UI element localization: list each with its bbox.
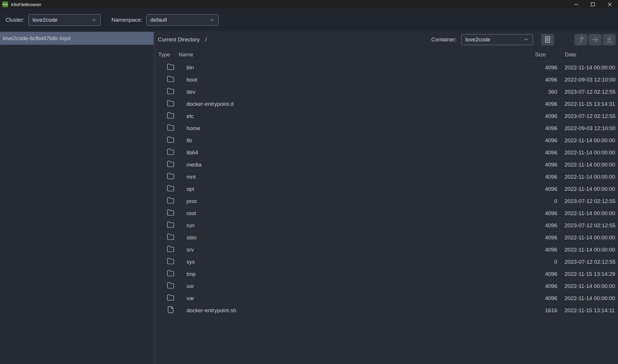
folder-icon [167, 197, 174, 206]
row-type-cell [156, 233, 176, 242]
table-row[interactable]: srv 4096 2022-11-14 00:00:00 [156, 244, 618, 256]
namespace-dropdown[interactable]: default [146, 14, 219, 26]
table-row[interactable]: home 4096 2022-09-03 12:10:00 [156, 122, 618, 134]
app-icon: KFB [2, 1, 8, 7]
row-date: 2022-11-14 00:00:00 [560, 247, 618, 253]
row-type-cell [156, 112, 176, 121]
column-header-date: Date [560, 48, 618, 61]
toolbar: Cluster: love2code Namespace: default [0, 9, 618, 31]
folder-icon [167, 282, 174, 291]
folder-icon [167, 245, 174, 254]
table-row[interactable]: run 4096 2023-07-12 02:12:55 [156, 219, 618, 232]
download-button[interactable] [603, 34, 616, 45]
table-row[interactable]: lib 4096 2022-11-14 00:00:00 [156, 134, 618, 147]
close-button[interactable] [601, 0, 618, 9]
pod-list-item-selected[interactable]: love2code-6cfbd47b8c-lrqnl [0, 32, 154, 45]
column-header-type: Type [156, 48, 176, 61]
row-size: 4096 [531, 137, 560, 144]
folder-icon [167, 269, 174, 278]
row-name: docker-entrypoint.sh [176, 307, 531, 314]
row-size: 4096 [531, 283, 560, 289]
row-date: 2022-11-15 13:14:11 [560, 307, 618, 314]
table-row[interactable]: sys 0 2023-07-12 02:12:55 [156, 256, 618, 268]
table-row[interactable]: tmp 4096 2022-11-15 13:14:29 [156, 268, 618, 280]
row-size: 4096 [531, 295, 560, 302]
folder-icon [167, 209, 174, 218]
arrow-right-icon [591, 36, 599, 44]
container-dropdown[interactable]: love2code [461, 34, 533, 45]
table-row[interactable]: bin 4096 2022-11-14 00:00:00 [156, 62, 618, 74]
folder-icon [167, 184, 174, 193]
table-row[interactable]: opt 4096 2022-11-14 00:00:00 [156, 183, 618, 195]
row-size: 4096 [531, 77, 560, 83]
row-size: 4096 [531, 125, 560, 132]
row-type-cell [156, 269, 176, 278]
parent-directory-button[interactable] [574, 34, 587, 45]
folder-icon [167, 221, 174, 230]
row-type-cell [156, 160, 176, 169]
table-row[interactable]: root 4096 2022-11-14 00:00:00 [156, 207, 618, 219]
row-date: 2022-11-14 00:00:00 [560, 295, 618, 302]
maximize-button[interactable] [584, 0, 601, 9]
container-label: Container: [431, 36, 457, 43]
folder-icon [167, 124, 174, 133]
row-name: bin [176, 64, 531, 71]
table-row[interactable]: var 4096 2022-11-14 00:00:00 [156, 292, 618, 304]
table-row[interactable]: etc 4096 2023-07-12 02:12:55 [156, 110, 618, 122]
row-type-cell [156, 184, 176, 193]
folder-icon [167, 172, 174, 181]
table-row[interactable]: usr 4096 2022-11-14 00:00:00 [156, 280, 618, 292]
folder-icon [167, 75, 174, 84]
folder-icon [167, 87, 174, 96]
row-size: 4096 [531, 174, 560, 180]
row-size: 4096 [531, 64, 560, 71]
chevron-down-icon [91, 17, 97, 23]
table-row[interactable]: boot 4096 2022-09-03 12:10:00 [156, 74, 618, 86]
row-name: etc [176, 113, 531, 119]
container-dropdown-value: love2code [465, 36, 490, 43]
folder-icon [167, 136, 174, 145]
row-size: 1616 [531, 307, 560, 314]
row-date: 2022-09-03 12:10:00 [560, 77, 618, 83]
table-row[interactable]: mnt 4096 2022-11-14 00:00:00 [156, 171, 618, 183]
table-row[interactable]: dev 360 2023-07-12 02:12:55 [156, 86, 618, 98]
row-date: 2022-09-03 12:10:00 [560, 125, 618, 132]
row-name: lib64 [176, 149, 531, 156]
table-row[interactable]: docker-entrypoint.d 4096 2022-11-15 13:1… [156, 98, 618, 110]
file-icon [167, 306, 174, 315]
row-size: 360 [531, 89, 560, 95]
row-date: 2022-11-15 13:14:29 [560, 271, 618, 277]
row-size: 4096 [531, 222, 560, 229]
row-name: sbin [176, 234, 531, 241]
row-size: 4096 [531, 234, 560, 241]
chevron-down-icon [523, 37, 529, 42]
minimize-icon [574, 2, 578, 7]
row-size: 4096 [531, 101, 560, 107]
maximize-icon [591, 2, 595, 6]
row-size: 4096 [531, 271, 560, 277]
table-row[interactable]: docker-entrypoint.sh 1616 2022-11-15 13:… [156, 304, 618, 317]
row-name: mnt [176, 174, 531, 180]
minimize-button[interactable] [568, 0, 584, 9]
table-row[interactable]: media 4096 2022-11-14 00:00:00 [156, 159, 618, 171]
open-directory-button[interactable] [589, 34, 602, 45]
file-text-icon [544, 36, 551, 43]
row-date: 2022-11-14 00:00:00 [560, 283, 618, 289]
view-log-button[interactable] [541, 34, 554, 45]
row-name: home [176, 125, 531, 132]
cluster-dropdown[interactable]: love2code [28, 14, 101, 26]
row-size: 4096 [531, 162, 560, 168]
row-type-cell [156, 306, 176, 315]
table-row[interactable]: lib64 4096 2022-11-14 00:00:00 [156, 147, 618, 159]
row-name: run [176, 222, 531, 229]
file-browser-header: Current Directory / Container: love2code [156, 31, 618, 48]
row-name: root [176, 210, 531, 217]
table-row[interactable]: proc 0 2023-07-12 02:12:55 [156, 195, 618, 207]
chevron-down-icon [209, 17, 215, 23]
row-name: proc [176, 198, 531, 204]
row-type-cell [156, 209, 176, 218]
namespace-dropdown-value: default [150, 17, 167, 23]
row-name: opt [176, 186, 531, 192]
table-row[interactable]: sbin 4096 2022-11-14 00:00:00 [156, 232, 618, 244]
row-type-cell [156, 136, 176, 145]
